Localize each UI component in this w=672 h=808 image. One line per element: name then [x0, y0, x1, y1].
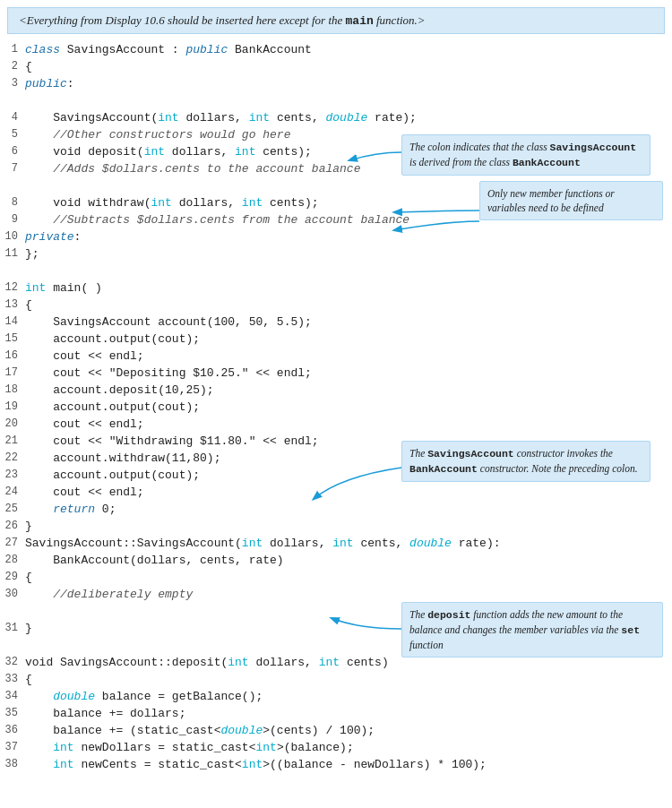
- line-content: {: [25, 671, 672, 688]
- line-content: account.output(cout);: [25, 331, 672, 348]
- code-token: };: [25, 247, 39, 261]
- line-number: 12: [0, 279, 25, 297]
- code-area: 1class SavingsAccount : public BankAccou…: [0, 38, 672, 777]
- line-number: 34: [0, 688, 25, 705]
- code-line: 33{: [0, 671, 672, 688]
- line-number: 11: [0, 245, 25, 262]
- line-number: 18: [0, 382, 25, 399]
- code-token: //Other constructors would go here: [53, 128, 290, 142]
- code-token: balance = getBalance();: [95, 690, 263, 703]
- code-token: dollars,: [263, 537, 332, 550]
- code-token: double: [220, 724, 263, 737]
- code-line: 2{: [0, 58, 672, 75]
- code-token: BankAccount: [228, 43, 312, 56]
- code-token: //Adds $dollars.cents to the account bal…: [53, 162, 360, 176]
- code-line: 11};: [0, 245, 672, 262]
- code-line: 17 cout << "Depositing $10.25." << endl;: [0, 365, 672, 382]
- code-line: 34 double balance = getBalance();: [0, 688, 672, 705]
- code-line: 4 SavingsAccount(int dollars, int cents,…: [0, 109, 672, 126]
- line-content: cout << "Depositing $10.25." << endl;: [25, 365, 672, 382]
- code-token: balance += (static_cast<: [53, 724, 220, 737]
- line-content: //deliberately empty: [25, 586, 672, 603]
- line-number: 19: [0, 399, 25, 416]
- line-number: 10: [0, 228, 25, 245]
- line-number: 8: [0, 194, 25, 211]
- code-line: 20 cout << endl;: [0, 416, 672, 433]
- callout-member: Only new member functions or variables n…: [479, 181, 663, 220]
- line-number: 29: [0, 569, 25, 586]
- line-content: {: [25, 58, 672, 75]
- code-token: cents);: [255, 145, 311, 159]
- code-token: cents,: [270, 111, 325, 125]
- code-token: SavingsAccount :: [60, 43, 185, 56]
- code-line: 38 int newCents = static_cast<int>((bala…: [0, 756, 672, 773]
- code-token: double: [409, 537, 452, 550]
- line-number: 3: [0, 75, 25, 92]
- line-content: class SavingsAccount : public BankAccoun…: [25, 41, 672, 58]
- code-token: SavingsAccount::SavingsAccount(: [25, 537, 242, 550]
- code-token: void deposit(: [53, 145, 143, 159]
- line-content: cout << endl;: [25, 484, 672, 501]
- code-token: cents): [340, 656, 389, 669]
- line-content: account.output(cout);: [25, 399, 672, 416]
- code-token: dollars,: [179, 111, 249, 125]
- code-line: 29{: [0, 569, 672, 586]
- top-banner: <Everything from Display 10.6 should be …: [7, 7, 665, 34]
- code-token: //Subtracts $dollars.cents from the acco…: [53, 213, 409, 227]
- code-line: 25 return 0;: [0, 501, 672, 518]
- line-number: 25: [0, 501, 25, 518]
- code-token: account.deposit(10,25);: [53, 383, 213, 397]
- line-number: 28: [0, 552, 25, 569]
- code-line: 27SavingsAccount::SavingsAccount(int dol…: [0, 535, 672, 552]
- code-token: return: [53, 503, 95, 516]
- line-number: 33: [0, 671, 25, 688]
- code-token: cents,: [354, 537, 409, 550]
- callout-constructor: The SavingsAccount constructor invokes t…: [401, 441, 650, 482]
- line-content: account.deposit(10,25);: [25, 382, 672, 399]
- line-content: balance += dollars;: [25, 705, 672, 722]
- code-line: 36 balance += (static_cast<double>(cents…: [0, 722, 672, 739]
- line-number: 13: [0, 297, 25, 314]
- line-number: 26: [0, 518, 25, 535]
- code-token: main( ): [46, 281, 101, 295]
- code-token: int: [249, 111, 270, 125]
- code-line: 3public:: [0, 75, 672, 92]
- code-token: private: [25, 230, 74, 244]
- line-number: 20: [0, 416, 25, 433]
- line-number: 31: [0, 620, 25, 637]
- line-number: 32: [0, 654, 25, 671]
- callout-deposit: The deposit function adds the new amount…: [401, 602, 663, 658]
- line-number: 2: [0, 58, 25, 75]
- line-content: BankAccount(dollars, cents, rate): [25, 552, 672, 569]
- banner-text-before: <Everything from Display 10.6 should be …: [19, 13, 426, 27]
- line-content: int main( ): [25, 279, 672, 297]
- line-number: 14: [0, 314, 25, 331]
- code-token: dollars,: [165, 145, 235, 159]
- code-token: dollars,: [249, 656, 319, 669]
- code-token: >((balance - newDollars) * 100);: [263, 758, 487, 771]
- code-token: cents);: [263, 196, 318, 210]
- code-token: cout << endl;: [53, 486, 143, 499]
- code-token: int: [158, 111, 178, 125]
- code-token: account.withdraw(11,80);: [53, 451, 220, 465]
- code-token: int: [319, 656, 340, 669]
- code-token: SavingsAccount(: [53, 111, 158, 125]
- code-line: 35 balance += dollars;: [0, 705, 672, 722]
- line-number: 27: [0, 535, 25, 552]
- line-content: cout << endl;: [25, 348, 672, 365]
- code-token: //deliberately empty: [53, 588, 193, 601]
- code-line: 26}: [0, 518, 672, 535]
- code-token: newDollars = static_cast<: [74, 741, 256, 754]
- line-number: 4: [0, 109, 25, 126]
- code-line: 19 account.output(cout);: [0, 399, 672, 416]
- line-number: 36: [0, 722, 25, 739]
- code-token: }: [25, 520, 32, 533]
- code-token: double: [53, 690, 95, 703]
- code-token: balance += dollars;: [53, 707, 185, 720]
- line-number: 30: [0, 586, 25, 603]
- line-number: 23: [0, 467, 25, 484]
- code-token: {: [25, 298, 32, 312]
- code-token: >(cents) / 100);: [263, 724, 375, 737]
- code-line: 28 BankAccount(dollars, cents, rate): [0, 552, 672, 569]
- line-number: 17: [0, 365, 25, 382]
